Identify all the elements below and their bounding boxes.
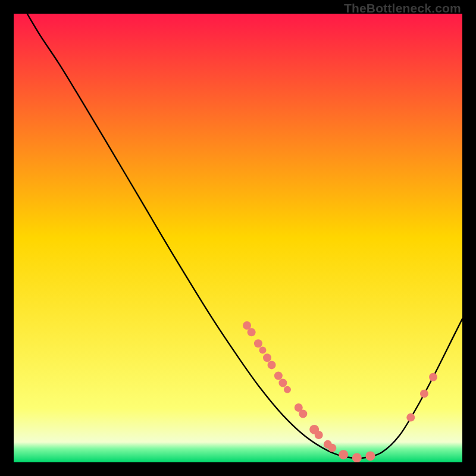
data-marker (274, 371, 283, 380)
data-marker (406, 414, 415, 422)
data-marker (365, 451, 375, 461)
data-marker (268, 361, 276, 369)
data-marker (259, 347, 266, 354)
data-marker (299, 410, 307, 418)
data-marker (429, 373, 437, 381)
data-marker (284, 386, 291, 393)
data-marker (328, 444, 336, 452)
data-marker (248, 328, 256, 336)
data-marker (254, 339, 262, 347)
chart-frame (14, 14, 462, 462)
data-marker (420, 390, 428, 398)
data-marker (263, 353, 271, 362)
data-marker (352, 453, 362, 462)
data-marker (339, 450, 348, 459)
chart-background (14, 14, 462, 462)
chart-svg (14, 14, 462, 462)
data-marker (278, 379, 287, 387)
data-marker (315, 431, 323, 439)
